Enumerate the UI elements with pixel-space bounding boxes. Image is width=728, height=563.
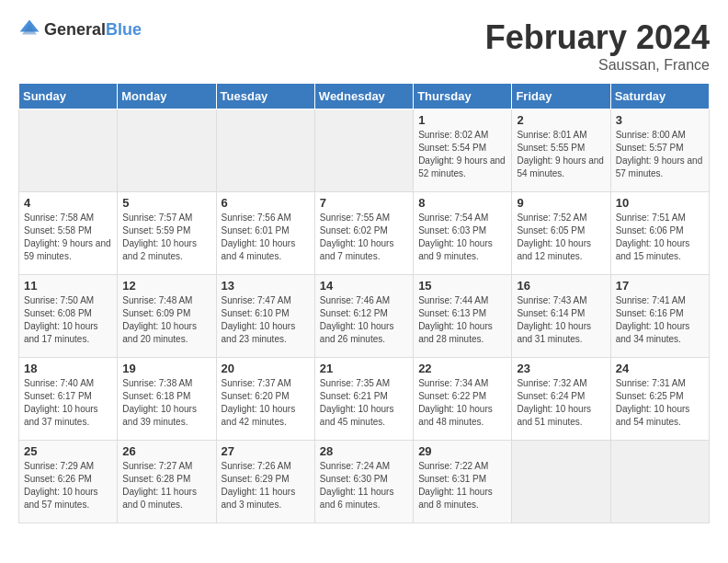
day-number: 7 [320, 196, 408, 210]
day-info: Sunrise: 8:02 AM Sunset: 5:54 PM Dayligh… [418, 129, 506, 180]
calendar-cell: 7Sunrise: 7:55 AM Sunset: 6:02 PM Daylig… [314, 192, 413, 275]
day-number: 4 [24, 196, 112, 210]
calendar-cell [512, 441, 610, 523]
day-number: 24 [616, 362, 704, 375]
day-info: Sunrise: 7:40 AM Sunset: 6:17 PM Dayligh… [24, 377, 112, 429]
calendar-cell [314, 109, 413, 192]
calendar-cell: 22Sunrise: 7:34 AM Sunset: 6:22 PM Dayli… [414, 358, 512, 441]
day-number: 3 [616, 113, 704, 127]
day-info: Sunrise: 7:34 AM Sunset: 6:22 PM Dayligh… [418, 377, 506, 429]
day-info: Sunrise: 7:26 AM Sunset: 6:29 PM Dayligh… [222, 460, 310, 511]
day-number: 8 [418, 196, 506, 210]
day-info: Sunrise: 7:58 AM Sunset: 5:58 PM Dayligh… [24, 212, 112, 263]
calendar-cell: 23Sunrise: 7:32 AM Sunset: 6:24 PM Dayli… [512, 358, 610, 441]
col-wednesday: Wednesday [314, 84, 413, 109]
day-info: Sunrise: 7:29 AM Sunset: 6:26 PM Dayligh… [24, 460, 112, 511]
day-info: Sunrise: 7:54 AM Sunset: 6:03 PM Dayligh… [418, 212, 506, 263]
day-info: Sunrise: 7:44 AM Sunset: 6:13 PM Dayligh… [418, 294, 506, 346]
day-info: Sunrise: 7:48 AM Sunset: 6:09 PM Dayligh… [122, 294, 210, 346]
day-number: 2 [517, 113, 605, 127]
day-info: Sunrise: 7:32 AM Sunset: 6:24 PM Dayligh… [517, 377, 605, 429]
day-number: 10 [616, 196, 704, 210]
calendar-cell: 20Sunrise: 7:37 AM Sunset: 6:20 PM Dayli… [216, 358, 314, 441]
day-info: Sunrise: 7:47 AM Sunset: 6:10 PM Dayligh… [222, 294, 310, 346]
day-number: 28 [320, 444, 408, 458]
calendar-cell: 13Sunrise: 7:47 AM Sunset: 6:10 PM Dayli… [216, 275, 314, 358]
calendar-cell: 26Sunrise: 7:27 AM Sunset: 6:28 PM Dayli… [118, 441, 216, 523]
header-row: Sunday Monday Tuesday Wednesday Thursday… [19, 84, 710, 109]
calendar-cell [216, 109, 314, 192]
day-number: 15 [418, 279, 506, 293]
calendar-cell [610, 441, 709, 523]
day-number: 14 [320, 279, 408, 293]
calendar-week-2: 4Sunrise: 7:58 AM Sunset: 5:58 PM Daylig… [19, 192, 710, 275]
calendar-cell: 11Sunrise: 7:50 AM Sunset: 6:08 PM Dayli… [19, 275, 118, 358]
day-info: Sunrise: 7:43 AM Sunset: 6:14 PM Dayligh… [517, 294, 605, 346]
day-info: Sunrise: 7:56 AM Sunset: 6:01 PM Dayligh… [222, 212, 310, 263]
day-info: Sunrise: 7:46 AM Sunset: 6:12 PM Dayligh… [320, 294, 408, 346]
calendar-cell: 3Sunrise: 8:00 AM Sunset: 5:57 PM Daylig… [610, 109, 709, 192]
calendar-cell: 9Sunrise: 7:52 AM Sunset: 6:05 PM Daylig… [512, 192, 610, 275]
calendar-cell: 14Sunrise: 7:46 AM Sunset: 6:12 PM Dayli… [314, 275, 413, 358]
day-number: 11 [24, 279, 112, 293]
day-info: Sunrise: 7:22 AM Sunset: 6:31 PM Dayligh… [418, 460, 506, 511]
col-friday: Friday [512, 84, 610, 109]
day-number: 19 [122, 362, 210, 375]
day-number: 16 [517, 279, 605, 293]
day-number: 9 [517, 196, 605, 210]
day-info: Sunrise: 7:41 AM Sunset: 6:16 PM Dayligh… [616, 294, 704, 346]
calendar-week-3: 11Sunrise: 7:50 AM Sunset: 6:08 PM Dayli… [19, 275, 710, 358]
col-tuesday: Tuesday [216, 84, 314, 109]
logo-general: General [44, 20, 106, 39]
day-number: 21 [320, 362, 408, 375]
col-monday: Monday [118, 84, 216, 109]
calendar-cell: 19Sunrise: 7:38 AM Sunset: 6:18 PM Dayli… [118, 358, 216, 441]
calendar-cell: 28Sunrise: 7:24 AM Sunset: 6:30 PM Dayli… [314, 441, 413, 523]
calendar-cell: 18Sunrise: 7:40 AM Sunset: 6:17 PM Dayli… [19, 358, 118, 441]
calendar-cell: 6Sunrise: 7:56 AM Sunset: 6:01 PM Daylig… [216, 192, 314, 275]
calendar-cell: 10Sunrise: 7:51 AM Sunset: 6:06 PM Dayli… [610, 192, 709, 275]
day-number: 6 [222, 196, 310, 210]
day-number: 18 [24, 362, 112, 375]
col-sunday: Sunday [19, 84, 118, 109]
day-number: 25 [24, 444, 112, 458]
day-info: Sunrise: 7:24 AM Sunset: 6:30 PM Dayligh… [320, 460, 408, 511]
calendar-cell: 21Sunrise: 7:35 AM Sunset: 6:21 PM Dayli… [314, 358, 413, 441]
calendar-cell: 4Sunrise: 7:58 AM Sunset: 5:58 PM Daylig… [19, 192, 118, 275]
day-number: 29 [418, 444, 506, 458]
calendar-title: February 2024 [485, 18, 710, 57]
calendar-header: Sunday Monday Tuesday Wednesday Thursday… [19, 84, 710, 109]
calendar-cell: 29Sunrise: 7:22 AM Sunset: 6:31 PM Dayli… [414, 441, 512, 523]
day-info: Sunrise: 7:37 AM Sunset: 6:20 PM Dayligh… [222, 377, 310, 429]
calendar-body: 1Sunrise: 8:02 AM Sunset: 5:54 PM Daylig… [19, 109, 710, 523]
calendar-cell: 1Sunrise: 8:02 AM Sunset: 5:54 PM Daylig… [414, 109, 512, 192]
calendar-cell: 27Sunrise: 7:26 AM Sunset: 6:29 PM Dayli… [216, 441, 314, 523]
day-number: 20 [222, 362, 310, 375]
calendar-cell: 24Sunrise: 7:31 AM Sunset: 6:25 PM Dayli… [610, 358, 709, 441]
day-info: Sunrise: 8:00 AM Sunset: 5:57 PM Dayligh… [616, 129, 704, 180]
logo: GeneralBlue [18, 18, 142, 40]
logo-blue: Blue [106, 20, 142, 39]
day-number: 12 [122, 279, 210, 293]
day-info: Sunrise: 7:55 AM Sunset: 6:02 PM Dayligh… [320, 212, 408, 263]
day-number: 5 [122, 196, 210, 210]
calendar-cell: 5Sunrise: 7:57 AM Sunset: 5:59 PM Daylig… [118, 192, 216, 275]
day-info: Sunrise: 7:27 AM Sunset: 6:28 PM Dayligh… [122, 460, 210, 511]
title-block: February 2024 Saussan, France [485, 18, 710, 74]
calendar-week-5: 25Sunrise: 7:29 AM Sunset: 6:26 PM Dayli… [19, 441, 710, 523]
day-info: Sunrise: 7:35 AM Sunset: 6:21 PM Dayligh… [320, 377, 408, 429]
col-thursday: Thursday [414, 84, 512, 109]
calendar-cell [118, 109, 216, 192]
calendar-cell: 2Sunrise: 8:01 AM Sunset: 5:55 PM Daylig… [512, 109, 610, 192]
calendar-cell [19, 109, 118, 192]
day-info: Sunrise: 7:57 AM Sunset: 5:59 PM Dayligh… [122, 212, 210, 263]
day-number: 22 [418, 362, 506, 375]
col-saturday: Saturday [610, 84, 709, 109]
day-info: Sunrise: 7:52 AM Sunset: 6:05 PM Dayligh… [517, 212, 605, 263]
calendar-cell: 16Sunrise: 7:43 AM Sunset: 6:14 PM Dayli… [512, 275, 610, 358]
calendar-subtitle: Saussan, France [485, 57, 710, 74]
day-number: 23 [517, 362, 605, 375]
calendar-cell: 17Sunrise: 7:41 AM Sunset: 6:16 PM Dayli… [610, 275, 709, 358]
calendar-week-4: 18Sunrise: 7:40 AM Sunset: 6:17 PM Dayli… [19, 358, 710, 441]
day-info: Sunrise: 7:38 AM Sunset: 6:18 PM Dayligh… [122, 377, 210, 429]
